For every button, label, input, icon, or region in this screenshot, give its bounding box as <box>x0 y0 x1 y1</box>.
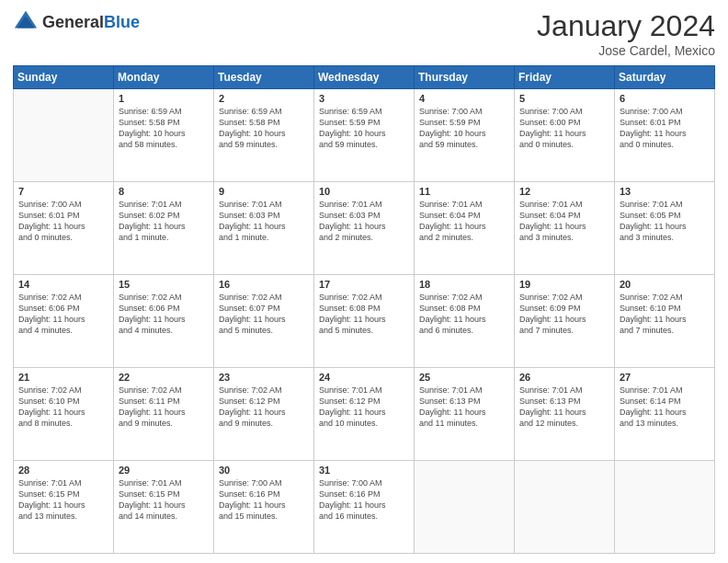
calendar-cell: 12Sunrise: 7:01 AMSunset: 6:04 PMDayligh… <box>515 182 615 275</box>
day-number: 7 <box>18 186 108 197</box>
calendar-cell: 23Sunrise: 7:02 AMSunset: 6:12 PMDayligh… <box>214 368 314 461</box>
calendar-cell: 21Sunrise: 7:02 AMSunset: 6:10 PMDayligh… <box>14 368 114 461</box>
day-info: Sunrise: 7:01 AMSunset: 6:15 PMDaylight:… <box>119 477 209 523</box>
weekday-header: Sunday <box>14 66 114 89</box>
day-number: 30 <box>219 465 309 476</box>
weekday-header: Thursday <box>415 66 515 89</box>
day-number: 12 <box>519 186 609 197</box>
calendar-cell: 31Sunrise: 7:00 AMSunset: 6:16 PMDayligh… <box>314 461 415 554</box>
calendar-cell: 20Sunrise: 7:02 AMSunset: 6:10 PMDayligh… <box>615 275 715 368</box>
logo-icon <box>13 9 39 35</box>
calendar-cell: 7Sunrise: 7:00 AMSunset: 6:01 PMDaylight… <box>14 182 114 275</box>
calendar-week-row: 21Sunrise: 7:02 AMSunset: 6:10 PMDayligh… <box>14 368 715 461</box>
day-number: 4 <box>419 93 509 104</box>
logo-general: General <box>42 13 104 31</box>
day-number: 27 <box>620 372 710 383</box>
day-number: 3 <box>319 93 409 104</box>
day-number: 16 <box>219 279 309 290</box>
calendar-cell: 15Sunrise: 7:02 AMSunset: 6:06 PMDayligh… <box>114 275 214 368</box>
day-number: 25 <box>419 372 509 383</box>
calendar-cell: 29Sunrise: 7:01 AMSunset: 6:15 PMDayligh… <box>114 461 214 554</box>
day-info: Sunrise: 7:01 AMSunset: 6:13 PMDaylight:… <box>519 385 609 430</box>
calendar-header: SundayMondayTuesdayWednesdayThursdayFrid… <box>14 66 715 89</box>
day-info: Sunrise: 7:02 AMSunset: 6:06 PMDaylight:… <box>119 292 209 337</box>
calendar-cell: 19Sunrise: 7:02 AMSunset: 6:09 PMDayligh… <box>515 275 615 368</box>
day-number: 10 <box>319 186 409 197</box>
day-info: Sunrise: 7:00 AMSunset: 6:00 PMDaylight:… <box>519 106 609 151</box>
day-number: 17 <box>319 279 409 290</box>
calendar-cell: 3Sunrise: 6:59 AMSunset: 5:59 PMDaylight… <box>314 89 415 182</box>
calendar-table: SundayMondayTuesdayWednesdayThursdayFrid… <box>13 65 715 554</box>
calendar-week-row: 1Sunrise: 6:59 AMSunset: 5:58 PMDaylight… <box>14 89 715 182</box>
day-info: Sunrise: 7:01 AMSunset: 6:04 PMDaylight:… <box>419 199 509 244</box>
day-number: 31 <box>319 465 409 476</box>
calendar-cell: 16Sunrise: 7:02 AMSunset: 6:07 PMDayligh… <box>214 275 314 368</box>
day-number: 23 <box>219 372 309 383</box>
calendar-cell: 17Sunrise: 7:02 AMSunset: 6:08 PMDayligh… <box>314 275 415 368</box>
day-number: 9 <box>219 186 309 197</box>
day-info: Sunrise: 7:02 AMSunset: 6:12 PMDaylight:… <box>219 385 309 430</box>
weekday-header: Tuesday <box>214 66 314 89</box>
title-area: January 2024 Jose Cardel, Mexico <box>537 9 715 58</box>
calendar-cell: 8Sunrise: 7:01 AMSunset: 6:02 PMDaylight… <box>114 182 214 275</box>
calendar-cell <box>14 89 114 182</box>
day-number: 15 <box>119 279 209 290</box>
logo-text: GeneralBlue <box>42 13 140 32</box>
month-title: January 2024 <box>537 9 715 43</box>
day-number: 13 <box>620 186 710 197</box>
day-number: 5 <box>519 93 609 104</box>
header: GeneralBlue January 2024 Jose Cardel, Me… <box>13 9 715 58</box>
day-info: Sunrise: 7:01 AMSunset: 6:02 PMDaylight:… <box>119 199 209 244</box>
day-info: Sunrise: 7:02 AMSunset: 6:08 PMDaylight:… <box>419 292 509 337</box>
calendar-cell: 24Sunrise: 7:01 AMSunset: 6:12 PMDayligh… <box>314 368 415 461</box>
day-info: Sunrise: 6:59 AMSunset: 5:58 PMDaylight:… <box>219 106 309 151</box>
calendar-cell: 27Sunrise: 7:01 AMSunset: 6:14 PMDayligh… <box>615 368 715 461</box>
calendar-cell: 22Sunrise: 7:02 AMSunset: 6:11 PMDayligh… <box>114 368 214 461</box>
day-info: Sunrise: 7:01 AMSunset: 6:15 PMDaylight:… <box>18 477 108 523</box>
day-number: 24 <box>319 372 409 383</box>
calendar-cell: 2Sunrise: 6:59 AMSunset: 5:58 PMDaylight… <box>214 89 314 182</box>
day-number: 28 <box>18 465 108 476</box>
calendar-cell: 30Sunrise: 7:00 AMSunset: 6:16 PMDayligh… <box>214 461 314 554</box>
day-number: 29 <box>119 465 209 476</box>
calendar-cell <box>415 461 515 554</box>
day-number: 26 <box>519 372 609 383</box>
day-number: 1 <box>119 93 209 104</box>
logo-blue: Blue <box>104 13 140 31</box>
calendar-cell: 4Sunrise: 7:00 AMSunset: 5:59 PMDaylight… <box>415 89 515 182</box>
day-number: 11 <box>419 186 509 197</box>
weekday-header: Friday <box>515 66 615 89</box>
weekday-header: Saturday <box>615 66 715 89</box>
weekday-header: Monday <box>114 66 214 89</box>
calendar-week-row: 28Sunrise: 7:01 AMSunset: 6:15 PMDayligh… <box>14 461 715 554</box>
day-info: Sunrise: 7:00 AMSunset: 6:01 PMDaylight:… <box>18 199 108 244</box>
day-info: Sunrise: 7:00 AMSunset: 6:01 PMDaylight:… <box>620 106 710 151</box>
calendar-cell: 26Sunrise: 7:01 AMSunset: 6:13 PMDayligh… <box>515 368 615 461</box>
weekday-row: SundayMondayTuesdayWednesdayThursdayFrid… <box>14 66 715 89</box>
day-info: Sunrise: 7:01 AMSunset: 6:03 PMDaylight:… <box>319 199 409 244</box>
day-info: Sunrise: 7:00 AMSunset: 6:16 PMDaylight:… <box>319 477 409 523</box>
calendar-cell: 14Sunrise: 7:02 AMSunset: 6:06 PMDayligh… <box>14 275 114 368</box>
day-number: 6 <box>620 93 710 104</box>
calendar-cell: 25Sunrise: 7:01 AMSunset: 6:13 PMDayligh… <box>415 368 515 461</box>
day-info: Sunrise: 6:59 AMSunset: 5:59 PMDaylight:… <box>319 106 409 151</box>
day-info: Sunrise: 7:00 AMSunset: 6:16 PMDaylight:… <box>219 477 309 523</box>
day-info: Sunrise: 7:01 AMSunset: 6:12 PMDaylight:… <box>319 385 409 430</box>
day-info: Sunrise: 7:01 AMSunset: 6:04 PMDaylight:… <box>519 199 609 244</box>
calendar-cell: 10Sunrise: 7:01 AMSunset: 6:03 PMDayligh… <box>314 182 415 275</box>
calendar-cell: 6Sunrise: 7:00 AMSunset: 6:01 PMDaylight… <box>615 89 715 182</box>
calendar-week-row: 7Sunrise: 7:00 AMSunset: 6:01 PMDaylight… <box>14 182 715 275</box>
day-number: 18 <box>419 279 509 290</box>
day-info: Sunrise: 7:02 AMSunset: 6:09 PMDaylight:… <box>519 292 609 337</box>
day-number: 22 <box>119 372 209 383</box>
day-info: Sunrise: 7:00 AMSunset: 5:59 PMDaylight:… <box>419 106 509 151</box>
location: Jose Cardel, Mexico <box>537 43 715 58</box>
weekday-header: Wednesday <box>314 66 415 89</box>
calendar-week-row: 14Sunrise: 7:02 AMSunset: 6:06 PMDayligh… <box>14 275 715 368</box>
day-info: Sunrise: 6:59 AMSunset: 5:58 PMDaylight:… <box>119 106 209 151</box>
day-info: Sunrise: 7:01 AMSunset: 6:13 PMDaylight:… <box>419 385 509 430</box>
calendar-cell: 13Sunrise: 7:01 AMSunset: 6:05 PMDayligh… <box>615 182 715 275</box>
day-info: Sunrise: 7:02 AMSunset: 6:11 PMDaylight:… <box>119 385 209 430</box>
calendar-cell: 11Sunrise: 7:01 AMSunset: 6:04 PMDayligh… <box>415 182 515 275</box>
calendar-cell <box>615 461 715 554</box>
